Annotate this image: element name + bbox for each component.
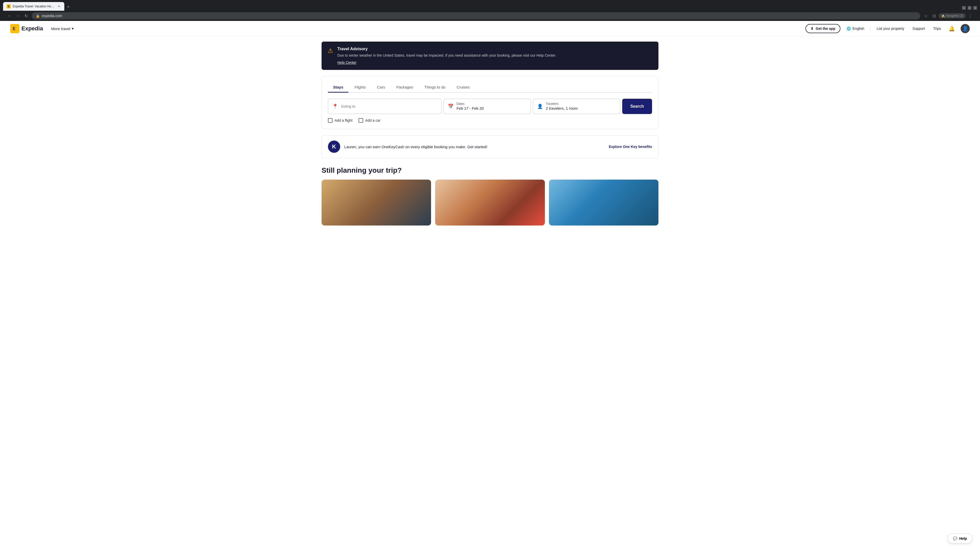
help-icon: 💬: [953, 537, 957, 540]
support-button[interactable]: Support: [910, 25, 927, 32]
page-content: E Expedia More travel ▾ ⬇ Get the app 🌐 …: [0, 21, 980, 551]
list-property-label: List your property: [877, 27, 904, 30]
list-property-button[interactable]: List your property: [875, 25, 906, 32]
language-label: English: [853, 27, 864, 30]
trip-card-1[interactable]: [321, 179, 431, 225]
site-header: E Expedia More travel ▾ ⬇ Get the app 🌐 …: [0, 21, 980, 37]
travelers-icon: 👤: [537, 103, 543, 109]
explore-onekey-link[interactable]: Explore One Key benefits: [609, 144, 652, 149]
support-label: Support: [912, 27, 925, 30]
still-planning-section: Still planning your trip?: [321, 166, 659, 225]
tab-favicon: E: [6, 4, 11, 8]
search-card: Stays Flights Cars Packages Things to do…: [321, 76, 659, 129]
tab-packages[interactable]: Packages: [391, 83, 418, 93]
close-button[interactable]: ✕: [974, 6, 977, 10]
header-left: E Expedia More travel ▾: [10, 24, 76, 33]
onekey-left: K Lauren, you can earn OneKeyCash on eve…: [328, 141, 487, 153]
minimize-button[interactable]: ─: [962, 6, 966, 10]
tab-flights[interactable]: Flights: [349, 83, 371, 93]
address-field[interactable]: 🔒 expedia.com: [32, 12, 920, 19]
add-car-label: Add a car: [365, 118, 380, 122]
incognito-badge: 🕵 Incognito (2): [939, 13, 966, 18]
svg-text:E: E: [13, 27, 16, 31]
search-label: Search: [630, 104, 644, 108]
browser-tab-active[interactable]: E Expedia Travel: Vacation Hom... ✕: [3, 2, 64, 11]
expedia-logo[interactable]: E Expedia: [10, 24, 43, 33]
more-travel-label: More travel: [51, 27, 70, 31]
user-icon: 👤: [963, 26, 968, 32]
refresh-button[interactable]: ↻: [22, 12, 30, 19]
travelers-label: Travelers: [546, 102, 616, 106]
url-text: expedia.com: [42, 14, 62, 18]
destination-input-group[interactable]: 📍 Going to: [328, 99, 442, 114]
split-screen-button[interactable]: ⊡: [931, 12, 938, 19]
tab-bar: E Expedia Travel: Vacation Hom... ✕ + ─ …: [3, 2, 977, 11]
dates-value: Feb 17 - Feb 20: [457, 106, 484, 110]
chevron-down-icon: ▾: [72, 26, 74, 31]
onekey-text: Lauren, you can earn OneKeyCash on every…: [344, 144, 487, 149]
logo-icon: E: [10, 24, 19, 33]
search-button[interactable]: Search: [622, 99, 652, 114]
help-label: Help: [959, 537, 967, 540]
search-inputs: 📍 Going to 📅 Dates Feb 17 - Feb 20 👤 T: [328, 99, 652, 114]
get-app-button[interactable]: ⬇ Get the app: [805, 24, 840, 33]
destination-value: Going to: [341, 104, 355, 108]
help-button[interactable]: 💬 Help: [948, 534, 972, 543]
checkbox-car-box: [359, 118, 363, 123]
trip-card-2[interactable]: [435, 179, 545, 225]
dates-label: Dates: [457, 102, 527, 106]
bell-icon: 🔔: [948, 25, 955, 32]
tab-cars[interactable]: Cars: [372, 83, 390, 93]
trip-cards-grid: [321, 179, 659, 225]
travelers-input-group[interactable]: 👤 Travelers 2 travelers, 1 room: [533, 99, 620, 114]
onekey-banner: K Lauren, you can earn OneKeyCash on eve…: [321, 135, 659, 158]
new-tab-button[interactable]: +: [65, 3, 72, 11]
add-flight-label: Add a flight: [334, 118, 352, 122]
maximize-button[interactable]: □: [968, 6, 971, 10]
location-icon: 📍: [332, 103, 338, 109]
browser-actions: ☆ ⊡ 🕵 Incognito (2) ⋮: [922, 12, 974, 19]
tab-cruises[interactable]: Cruises: [452, 83, 475, 93]
advisory-help-link[interactable]: Help Center: [337, 60, 356, 65]
tab-close-button[interactable]: ✕: [57, 4, 61, 9]
back-button[interactable]: ←: [6, 12, 13, 19]
header-right: ⬇ Get the app 🌐 English List your proper…: [805, 24, 970, 33]
tab-stays[interactable]: Stays: [328, 83, 348, 93]
travelers-content: Travelers 2 travelers, 1 room: [546, 102, 616, 111]
user-avatar-button[interactable]: 👤: [961, 24, 970, 33]
nav-buttons: ← → ↻: [6, 12, 30, 19]
more-travel-button[interactable]: More travel ▾: [49, 25, 76, 32]
download-icon: ⬇: [811, 27, 814, 30]
calendar-icon: 📅: [448, 103, 453, 109]
notifications-button[interactable]: 🔔: [947, 24, 956, 33]
tab-things-to-do[interactable]: Things to do: [419, 83, 451, 93]
browser-chrome: E Expedia Travel: Vacation Hom... ✕ + ─ …: [0, 0, 980, 21]
search-tabs: Stays Flights Cars Packages Things to do…: [328, 83, 652, 93]
search-extras: Add a flight Add a car: [328, 118, 652, 123]
add-car-checkbox[interactable]: Add a car: [359, 118, 380, 123]
logo-text: Expedia: [21, 25, 43, 32]
forward-button[interactable]: →: [14, 12, 21, 19]
more-options-button[interactable]: ⋮: [967, 12, 974, 19]
add-flight-checkbox[interactable]: Add a flight: [328, 118, 352, 123]
main-content: ⚠ Travel Advisory Due to winter weather …: [311, 37, 669, 230]
advisory-banner: ⚠ Travel Advisory Due to winter weather …: [321, 41, 659, 70]
trips-button[interactable]: Trips: [931, 25, 943, 32]
incognito-label: Incognito (2): [946, 14, 963, 17]
travelers-value: 2 travelers, 1 room: [546, 106, 578, 110]
trip-card-3[interactable]: [549, 179, 659, 225]
advisory-text: Due to winter weather in the United Stat…: [337, 53, 652, 58]
address-bar-row: ← → ↻ 🔒 expedia.com ☆ ⊡ 🕵 Incognito (2) …: [3, 11, 977, 21]
advisory-content: Travel Advisory Due to winter weather in…: [337, 47, 652, 65]
destination-content: Going to: [341, 104, 437, 109]
onekey-avatar: K: [328, 141, 340, 153]
bookmark-button[interactable]: ☆: [922, 12, 929, 19]
language-button[interactable]: 🌐 English: [845, 25, 866, 32]
advisory-title: Travel Advisory: [337, 47, 652, 51]
dates-input-group[interactable]: 📅 Dates Feb 17 - Feb 20: [444, 99, 531, 114]
section-title: Still planning your trip?: [321, 166, 659, 175]
trips-label: Trips: [933, 27, 941, 30]
dates-content: Dates Feb 17 - Feb 20: [457, 102, 527, 111]
get-app-label: Get the app: [816, 27, 835, 30]
warning-icon: ⚠: [328, 47, 333, 54]
